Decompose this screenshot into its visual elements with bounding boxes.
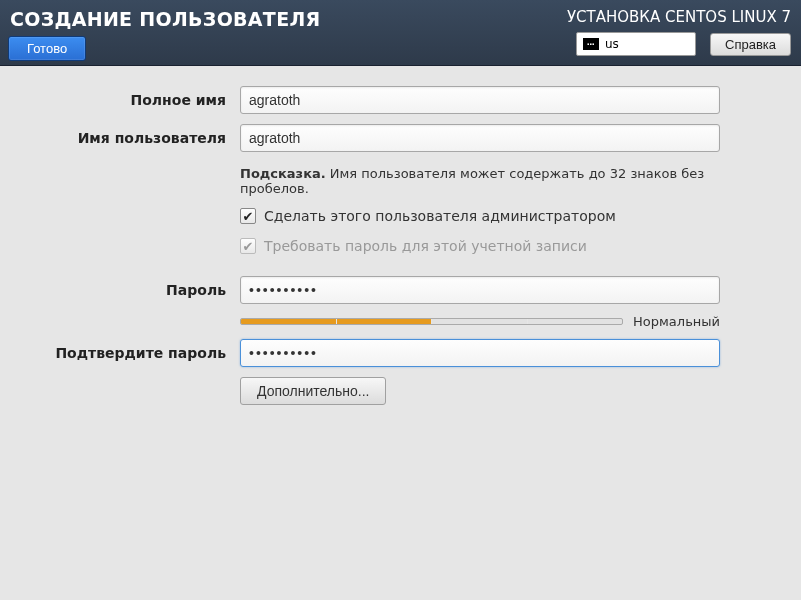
username-hint: Подсказка. Имя пользователя может содерж…: [240, 162, 720, 206]
confirm-password-label: Подтвердите пароль: [0, 345, 240, 361]
username-input[interactable]: [240, 124, 720, 152]
admin-checkbox-label: Сделать этого пользователя администратор…: [264, 208, 616, 224]
require-password-checkbox: [240, 238, 256, 254]
keyboard-layout-label: us: [605, 37, 619, 51]
header-controls: ▪▪▪ us Справка: [567, 32, 791, 56]
password-strength-bar: [240, 318, 623, 325]
installer-title: УСТАНОВКА CENTOS LINUX 7: [567, 6, 791, 32]
row-password: Пароль: [0, 276, 761, 304]
admin-checkbox[interactable]: [240, 208, 256, 224]
row-advanced: Дополнительно...: [0, 377, 761, 405]
require-password-checkbox-label: Требовать пароль для этой учетной записи: [264, 238, 587, 254]
done-button[interactable]: Готово: [8, 36, 86, 61]
page-title: СОЗДАНИЕ ПОЛЬЗОВАТЕЛЯ: [8, 6, 322, 34]
password-input[interactable]: [240, 276, 720, 304]
keyboard-icon: ▪▪▪: [583, 38, 599, 50]
fullname-label: Полное имя: [0, 92, 240, 108]
admin-checkbox-row: Сделать этого пользователя администратор…: [240, 206, 720, 226]
password-label: Пароль: [0, 282, 240, 298]
row-username: Имя пользователя: [0, 124, 761, 152]
username-label: Имя пользователя: [0, 130, 240, 146]
require-password-checkbox-row: Требовать пароль для этой учетной записи: [240, 236, 720, 256]
row-confirm-password: Подтвердите пароль: [0, 339, 761, 367]
row-strength: Нормальный: [0, 314, 761, 329]
header: СОЗДАНИЕ ПОЛЬЗОВАТЕЛЯ Готово УСТАНОВКА C…: [0, 0, 801, 66]
password-strength-label: Нормальный: [633, 314, 720, 329]
header-left: СОЗДАНИЕ ПОЛЬЗОВАТЕЛЯ Готово: [0, 0, 330, 61]
row-hint: Подсказка. Имя пользователя может содерж…: [0, 162, 761, 266]
row-fullname: Полное имя: [0, 86, 761, 114]
password-strength: Нормальный: [240, 314, 720, 329]
confirm-password-input[interactable]: [240, 339, 720, 367]
advanced-button[interactable]: Дополнительно...: [240, 377, 386, 405]
fullname-input[interactable]: [240, 86, 720, 114]
header-right: УСТАНОВКА CENTOS LINUX 7 ▪▪▪ us Справка: [567, 0, 801, 56]
form-content: Полное имя Имя пользователя Подсказка. И…: [0, 66, 801, 405]
help-button[interactable]: Справка: [710, 33, 791, 56]
keyboard-layout-selector[interactable]: ▪▪▪ us: [576, 32, 696, 56]
